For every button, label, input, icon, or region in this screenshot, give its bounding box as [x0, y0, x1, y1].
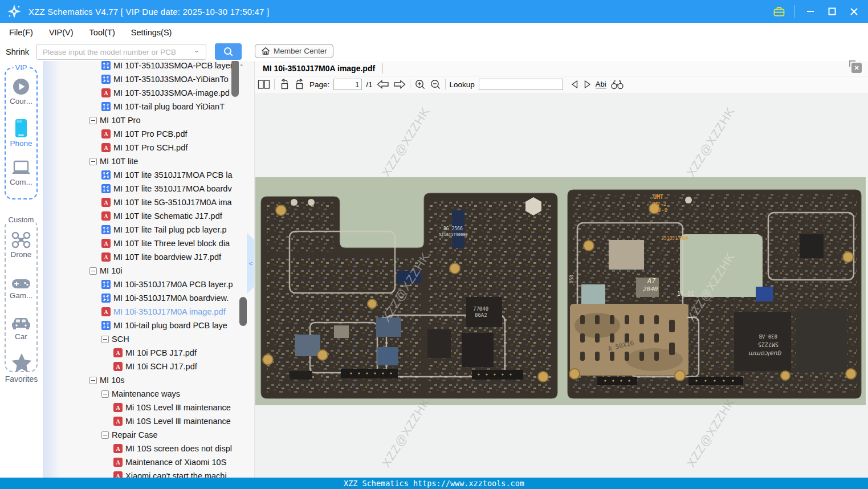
viewer-toolbar: Page: /1 Lookup	[255, 77, 868, 92]
zoom-in-icon[interactable]	[414, 79, 426, 90]
sidebar-item-label: Gam...	[6, 291, 36, 300]
sidebar-item-course[interactable]: Cour...	[6, 78, 36, 105]
tree-item[interactable]: AMI 10i-3510J17M0A image.pdf	[43, 305, 254, 319]
search-button[interactable]	[215, 43, 242, 60]
sidebar-item-label: Drone	[6, 250, 36, 259]
panel-scrollbar-thumb[interactable]	[239, 297, 247, 326]
menu-tool[interactable]: Tool(T)	[89, 28, 115, 37]
collapse-toggle-icon[interactable]	[101, 431, 109, 439]
binoculars-icon[interactable]	[610, 80, 624, 89]
tree-item-label: MI 10s	[100, 376, 125, 385]
lookup-input[interactable]	[479, 79, 563, 90]
tree-scrollbar-thumb[interactable]	[231, 61, 239, 97]
tree-item[interactable]: MI 10T lite Tail plug pcb layer.p	[43, 223, 254, 237]
tree-item-label: MI 10i	[100, 266, 123, 275]
find-previous-icon[interactable]	[570, 80, 579, 89]
tree-item[interactable]: AMI 10i SCH J17.pdf	[43, 360, 254, 373]
tree-item[interactable]: MI 10T Pro	[43, 113, 254, 127]
rotate-right-icon[interactable]	[294, 79, 305, 90]
vip-briefcase-icon[interactable]	[773, 5, 785, 18]
tree-item[interactable]: AMI 10T lite Schematic J17.pdf	[43, 209, 254, 223]
tree-item[interactable]: MI 10T lite 3510J17MOA PCB la	[43, 168, 254, 182]
active-document-tab[interactable]: MI 10i-3510J17M0A image.pdf	[263, 64, 375, 73]
tree-item-label: MI 10T lite 3510J17MOA PCB la	[113, 170, 232, 180]
vip-group: VIP Cour... Phone	[5, 67, 38, 199]
menu-file[interactable]: File(F)	[9, 28, 33, 37]
tree-item[interactable]: AMi 10S Level Ⅲ maintenance	[43, 414, 254, 428]
tree-item[interactable]: AMI 10T-3510J3SMOA-image.pd	[43, 86, 254, 100]
close-button[interactable]	[847, 5, 860, 18]
collapse-toggle-icon[interactable]	[89, 117, 97, 124]
tree-item[interactable]: AMI 10T lite 5G-3510J17M0A ima	[43, 195, 254, 209]
rotate-left-icon[interactable]	[279, 79, 290, 90]
tree-item[interactable]: AMi 10S Level Ⅲ maintenance	[43, 401, 254, 414]
collapse-toggle-icon[interactable]	[89, 377, 97, 384]
tree-item[interactable]: AMI 10T Pro SCH.pdf	[43, 141, 254, 154]
maximize-button[interactable]	[826, 5, 838, 18]
tree-item-label: MI 10i-3510J17M0A image.pdf	[113, 307, 226, 316]
tree-item[interactable]: Maintenance ways	[43, 387, 254, 401]
minimize-button[interactable]	[804, 5, 817, 18]
collapse-toggle-icon[interactable]	[101, 390, 109, 398]
sidebar-item-drone[interactable]: Drone	[6, 231, 36, 259]
toolbar-divider	[274, 79, 275, 89]
drone-icon	[11, 231, 31, 249]
match-word-toggle[interactable]: Abi	[596, 80, 606, 88]
tree-item[interactable]: MI 10i-3510J17M0A PCB layer.p	[43, 278, 254, 291]
panel-collapse-handle[interactable]: <	[247, 233, 255, 294]
tree-item[interactable]: AMI 10T lite boardview J17.pdf	[43, 250, 254, 264]
silkscreen-a7-year: 2040	[643, 286, 658, 293]
two-page-view-icon[interactable]	[258, 79, 270, 89]
pcb-file-icon	[101, 321, 111, 330]
previous-page-icon[interactable]	[377, 80, 389, 89]
pcb-file-icon	[101, 102, 111, 111]
pdf-viewer: MI 10i-3510J17M0A image.pdf ✕ Page: /1	[254, 61, 868, 478]
tree-item[interactable]: MI 10i-3510J17M0A boardview.	[43, 291, 254, 305]
tree-item[interactable]: AMI 10S screen does not displ	[43, 442, 254, 455]
tree-item[interactable]: MI 10i-tail plug board PCB laye	[43, 319, 254, 332]
shrink-button[interactable]: Shrink	[3, 44, 31, 59]
pdf-file-icon: A	[101, 129, 111, 138]
soc-lot-text: 030-AB	[759, 333, 777, 339]
soc-model-text: SM7225	[758, 341, 779, 348]
tree-item[interactable]: MI 10T-3510J3SMOA-YiDianTo	[43, 72, 254, 86]
sidebar-item-car[interactable]: Car	[6, 315, 36, 341]
sidebar-item-label: Cour...	[6, 97, 36, 105]
tree-item[interactable]: AMaintenance of Xiaomi 10S	[43, 455, 254, 469]
tree-item-label: MI 10i-3510J17M0A boardview.	[113, 294, 229, 303]
member-center-button[interactable]: Member Center	[255, 44, 333, 58]
collapse-toggle-icon[interactable]	[101, 336, 109, 343]
tree-item[interactable]: AMI 10i PCB J17.pdf	[43, 346, 254, 360]
find-next-icon[interactable]	[583, 80, 592, 89]
pdf-file-icon: A	[101, 307, 111, 316]
sidebar-item-phone[interactable]: Phone	[6, 119, 36, 148]
next-page-icon[interactable]	[393, 80, 406, 89]
zoom-out-icon[interactable]	[430, 79, 441, 90]
tree-item[interactable]: AXiaomi can't start the machi	[43, 469, 254, 478]
tree-item[interactable]: AMI 10T Pro PCB.pdf	[43, 127, 254, 141]
sidebar-item-computer[interactable]: Com...	[6, 160, 36, 186]
close-document-icon[interactable]: ✕	[851, 63, 862, 73]
page-number-input[interactable]	[333, 79, 362, 90]
model-search-input[interactable]	[36, 44, 206, 60]
tree-item-label: MI 10T lite	[100, 157, 138, 166]
tree-item[interactable]: MI 10T lite 3510J17MOA boardv	[43, 182, 254, 195]
sidebar-item-favorites[interactable]: Favorites	[0, 353, 43, 384]
tree-item-label: MI 10T Pro	[100, 116, 140, 125]
tree-item[interactable]: SCH	[43, 332, 254, 346]
menu-settings[interactable]: Settings(S)	[131, 28, 172, 37]
tree-item[interactable]: MI 10T lite	[43, 154, 254, 168]
tree-item[interactable]: Repair Case	[43, 428, 254, 442]
tree-item[interactable]: MI 10i	[43, 264, 254, 278]
sidebar-item-game[interactable]: Gam...	[6, 275, 36, 300]
collapse-toggle-icon[interactable]	[89, 158, 97, 165]
tree-item[interactable]: MI 10T-3510J3SMOA-PCB layer	[43, 61, 254, 72]
tree-item[interactable]: MI 10T-tail plug board YiDianT	[43, 100, 254, 113]
tree-item[interactable]: MI 10s	[43, 373, 254, 387]
tree-item-label: MI 10T lite Tail plug pcb layer.p	[113, 225, 227, 234]
menu-vip[interactable]: VIP(V)	[49, 28, 74, 37]
chevron-down-icon[interactable]: ⌄	[194, 47, 199, 54]
tree-item[interactable]: AMI 10T lite Three level block dia	[43, 237, 254, 250]
scroll-up-icon[interactable]: ⌃	[239, 63, 244, 71]
collapse-toggle-icon[interactable]	[89, 267, 97, 275]
